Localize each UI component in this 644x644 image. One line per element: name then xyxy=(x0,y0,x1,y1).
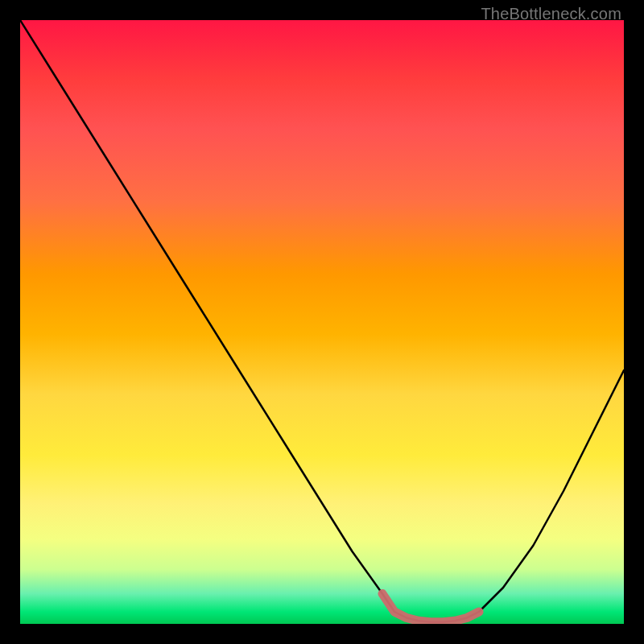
highlight-band xyxy=(382,594,479,622)
plot-area xyxy=(20,20,624,624)
curve-svg xyxy=(20,20,624,624)
chart-container: TheBottleneck.com xyxy=(0,0,644,644)
bottleneck-curve xyxy=(20,20,624,622)
